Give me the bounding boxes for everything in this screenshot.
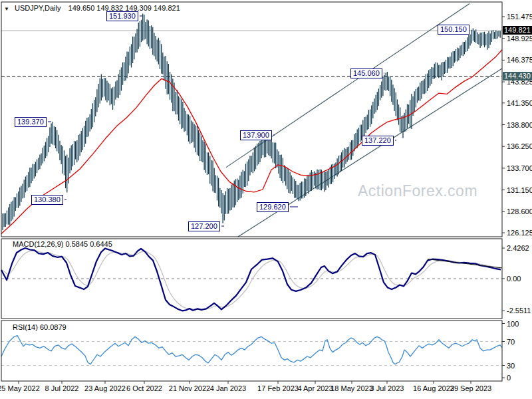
price-tick-label: 136.250 xyxy=(507,142,532,150)
price-annotation[interactable]: 139.370 xyxy=(15,117,47,127)
price-tick-label: 151.475 xyxy=(507,13,532,21)
current-price-badge: 149.821 xyxy=(503,26,532,35)
price-annotation[interactable]: 137.220 xyxy=(362,136,394,146)
price-annotation[interactable]: 151.930 xyxy=(106,11,138,21)
price-tick-label: 131.150 xyxy=(507,186,532,194)
price-tick-label: 148.925 xyxy=(507,35,532,43)
title-bar: ▼ USDJPY,Daily 149.650 149.832 149.309 1… xyxy=(4,4,180,12)
price-tick-label: 138.800 xyxy=(507,121,532,129)
macd-tick-label: -2.5511 xyxy=(507,307,531,315)
price-annotation[interactable]: 127.200 xyxy=(188,221,220,231)
price-tick-label: 141.350 xyxy=(507,99,532,107)
date-label: 3 Jul 2023 xyxy=(370,384,404,392)
rsi-tick-label: 0 xyxy=(507,374,511,382)
macd-tick-label: 0.00 xyxy=(507,275,521,283)
price-annotation[interactable]: 130.380 xyxy=(31,195,63,205)
date-label: 23 Aug 2022 xyxy=(84,384,126,392)
macd-signal-line xyxy=(1,251,500,309)
date-label: 6 Oct 2022 xyxy=(126,384,162,392)
rsi-line xyxy=(1,336,502,364)
chart-symbol-period: USDJPY,Daily xyxy=(15,4,61,12)
date-label: 4 Jan 2023 xyxy=(210,384,246,392)
date-label: 17 Feb 2023 xyxy=(257,384,299,392)
date-label: 18 May 2023 xyxy=(331,384,373,392)
date-label: 25 May 2022 xyxy=(0,384,40,392)
date-label: 21 Nov 2022 xyxy=(169,384,210,392)
price-tick-label: 126.125 xyxy=(507,229,532,237)
price-bars xyxy=(3,14,500,230)
level-price-badge: 144.430 xyxy=(503,72,532,80)
price-tick-label: 128.600 xyxy=(507,207,532,215)
chart-canvas[interactable] xyxy=(0,0,532,399)
price-annotation[interactable]: 150.150 xyxy=(438,25,469,35)
symbol-dropdown-icon[interactable]: ▼ xyxy=(4,6,9,12)
chart-window: ActionForex.com ▼ USDJPY,Daily 149.650 1… xyxy=(0,0,532,399)
macd-main-line xyxy=(1,248,501,311)
price-tick-label: 146.375 xyxy=(507,56,532,64)
price-tick-label: 133.700 xyxy=(507,164,532,172)
date-label: 4 Apr 2023 xyxy=(297,384,332,392)
price-annotation[interactable]: 137.900 xyxy=(240,130,272,140)
price-annotation[interactable]: 145.060 xyxy=(350,68,382,78)
date-label: 16 Aug 2023 xyxy=(413,384,454,392)
rsi-tick-label: 30 xyxy=(507,362,515,370)
rsi-tick-label: 70 xyxy=(507,338,515,346)
date-label: 29 Sep 2023 xyxy=(450,384,491,392)
rsi-tick-label: 100 xyxy=(507,320,519,328)
price-annotation[interactable]: 129.620 xyxy=(257,202,289,212)
date-label: 8 Jul 2022 xyxy=(45,384,79,392)
macd-indicator-label: MACD(12,26,9) 0.5845 0.6445 xyxy=(13,240,112,248)
macd-tick-label: 2.4262 xyxy=(507,244,529,252)
rsi-indicator-label: RSI(14) 60.0879 xyxy=(13,323,66,331)
